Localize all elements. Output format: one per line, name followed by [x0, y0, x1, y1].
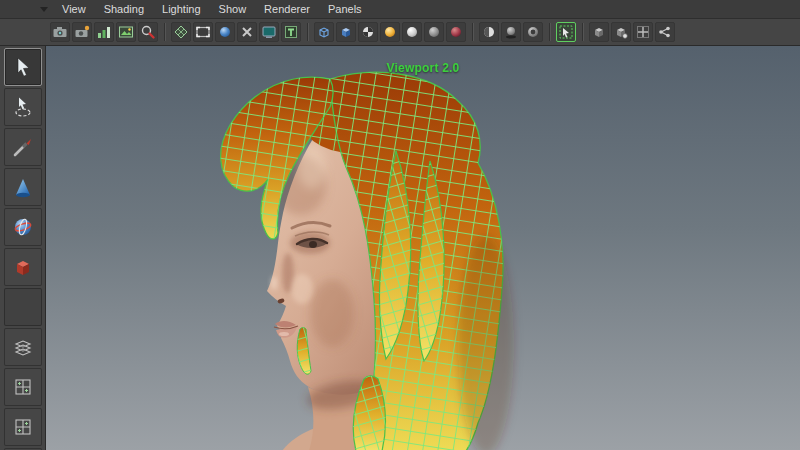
toolbar-separator	[549, 23, 550, 41]
xray-icon[interactable]	[589, 22, 609, 42]
menu-show[interactable]: Show	[211, 2, 255, 16]
use-all-lights-icon[interactable]	[479, 22, 499, 42]
panel-icon-toolbar	[0, 19, 800, 46]
lasso-tool-button[interactable]	[4, 88, 42, 126]
last-tool-empty-slot[interactable]	[4, 288, 42, 326]
panel-menu-bar: View Shading Lighting Show Renderer Pane…	[0, 0, 800, 19]
isolate-select-icon[interactable]	[556, 22, 576, 42]
textured-checker-icon[interactable]	[358, 22, 378, 42]
2d-pan-zoom-icon[interactable]	[138, 22, 158, 42]
field-chart-icon[interactable]	[259, 22, 279, 42]
share-nodes-icon[interactable]	[655, 22, 675, 42]
app-window: View Shading Lighting Show Renderer Pane…	[0, 0, 800, 450]
menu-shading[interactable]: Shading	[96, 2, 152, 16]
shadows-icon[interactable]	[501, 22, 521, 42]
toolbar-separator	[472, 23, 473, 41]
lit-sphere-icon[interactable]	[402, 22, 422, 42]
xray-joints-icon[interactable]	[611, 22, 631, 42]
image-plane-icon[interactable]	[116, 22, 136, 42]
menu-view[interactable]: View	[54, 2, 94, 16]
smooth-shaded-cube-icon[interactable]	[336, 22, 356, 42]
toolbox-sidebar	[0, 46, 46, 450]
viewport-renderer-label: Viewport 2.0	[387, 61, 460, 75]
grid-icon[interactable]	[171, 22, 191, 42]
material-override-icon[interactable]	[446, 22, 466, 42]
move-tool-button[interactable]	[4, 168, 42, 206]
select-tool-button[interactable]	[4, 48, 42, 86]
head-model[interactable]	[46, 46, 800, 450]
layout-stacked-button[interactable]	[4, 328, 42, 366]
toolbar-separator	[582, 23, 583, 41]
menu-panels[interactable]: Panels	[320, 2, 370, 16]
gate-mask-icon[interactable]	[237, 22, 257, 42]
menu-collapse-icon[interactable]	[40, 7, 48, 12]
safe-title-icon[interactable]	[281, 22, 301, 42]
default-material-icon[interactable]	[380, 22, 400, 42]
flat-sphere-icon[interactable]	[424, 22, 444, 42]
menu-renderer[interactable]: Renderer	[256, 2, 318, 16]
resolution-gate-icon[interactable]	[215, 22, 235, 42]
bookmarks-icon[interactable]	[94, 22, 114, 42]
toolbar-separator	[307, 23, 308, 41]
layout-four-pane-alt-button[interactable]	[4, 408, 42, 446]
paint-select-tool-button[interactable]	[4, 128, 42, 166]
scale-tool-button[interactable]	[4, 248, 42, 286]
layout-four-pane-button[interactable]	[4, 368, 42, 406]
menu-lighting[interactable]: Lighting	[154, 2, 209, 16]
wireframe-cube-icon[interactable]	[314, 22, 334, 42]
select-camera-icon[interactable]	[50, 22, 70, 42]
toolbar-separator	[164, 23, 165, 41]
viewport-3d[interactable]: Viewport 2.0	[46, 46, 800, 450]
rotate-tool-button[interactable]	[4, 208, 42, 246]
ambient-occlusion-icon[interactable]	[523, 22, 543, 42]
camera-attributes-icon[interactable]	[72, 22, 92, 42]
exposure-grid-icon[interactable]	[633, 22, 653, 42]
film-gate-icon[interactable]	[193, 22, 213, 42]
